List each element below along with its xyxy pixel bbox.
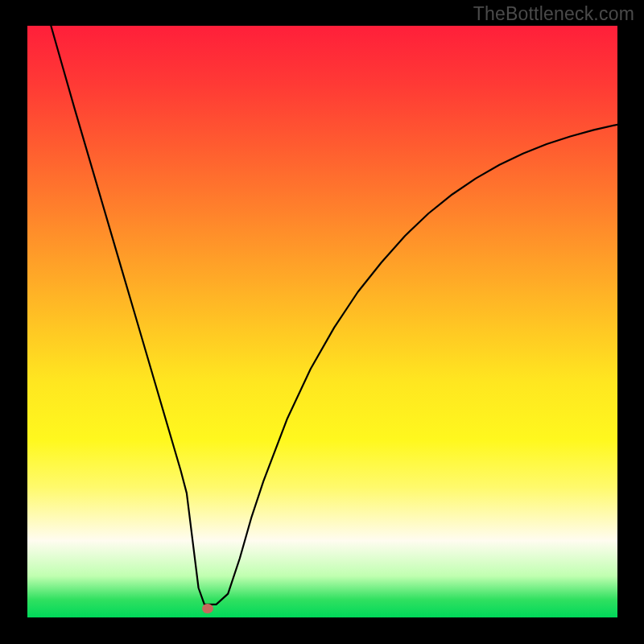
chart-frame: TheBottleneck.com: [0, 0, 644, 644]
watermark-text: TheBottleneck.com: [473, 3, 634, 25]
bottleneck-curve: [27, 26, 617, 617]
minimum-marker: [202, 604, 213, 613]
plot-area: [27, 26, 617, 617]
